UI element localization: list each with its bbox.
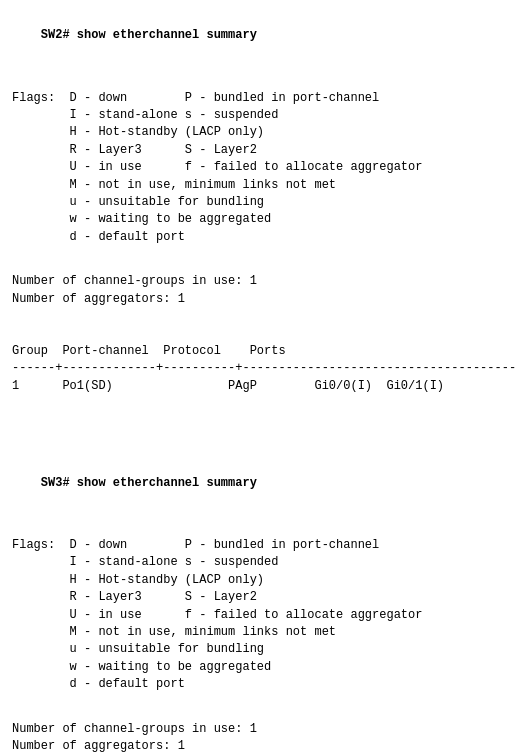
sw2-num-aggregators: Number of aggregators: 1 xyxy=(12,291,503,308)
sw3-section: SW3# show etherchannel summary Flags: D … xyxy=(12,457,503,756)
sw2-flags-block: Flags: D - down P - bundled in port-chan… xyxy=(12,72,503,263)
sw2-table-header: Group Port-channel Protocol Ports xyxy=(12,344,286,358)
sw2-prompt: SW2# show etherchannel summary xyxy=(41,28,257,42)
sw3-num-aggregators: Number of aggregators: 1 xyxy=(12,738,503,755)
sw3-prompt: SW3# show etherchannel summary xyxy=(41,476,257,490)
sw2-section: SW2# show etherchannel summary Flags: D … xyxy=(12,10,503,413)
sw2-flags-header: Flags: D - down P - bundled in port-chan… xyxy=(12,91,422,244)
sw3-flags-block: Flags: D - down P - bundled in port-chan… xyxy=(12,520,503,711)
sw2-num-groups: Number of channel-groups in use: 1 xyxy=(12,273,503,290)
sw3-flags-header: Flags: D - down P - bundled in port-chan… xyxy=(12,538,422,691)
sw2-table-divider: ------+-------------+----------+--------… xyxy=(12,361,515,375)
sw3-num-groups: Number of channel-groups in use: 1 xyxy=(12,721,503,738)
sw2-table-row: 1 Po1(SD) PAgP Gi0/0(I) Gi0/1(I) xyxy=(12,379,444,393)
sw2-table: Group Port-channel Protocol Ports ------… xyxy=(12,326,503,413)
